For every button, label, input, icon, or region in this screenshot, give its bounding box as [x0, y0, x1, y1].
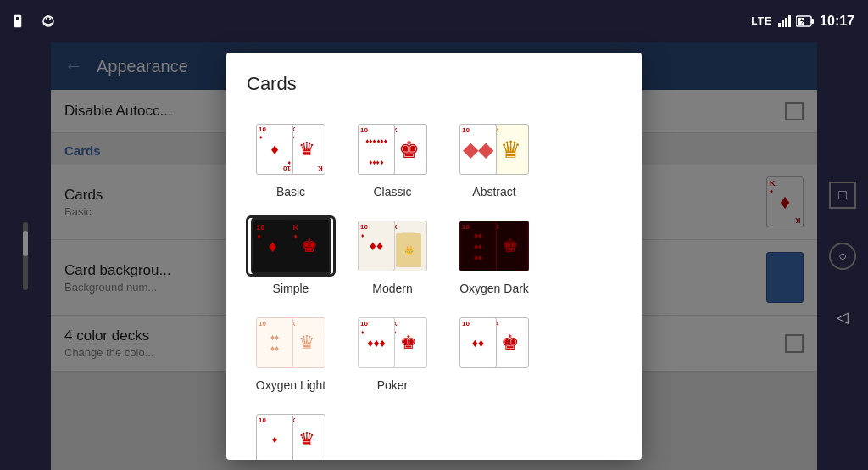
- classic-label: Classic: [373, 185, 411, 199]
- poker-label: Poker: [377, 378, 409, 392]
- sim-icon: [14, 14, 32, 28]
- nav-side-buttons: □ ○ ◁: [817, 42, 868, 470]
- poker-card-container: 10 ♦ ♦♦♦ K ♦ ♚: [348, 312, 437, 373]
- square-icon: □: [838, 187, 847, 203]
- cards-dialog: Cards 10 ♦ ♦ ♦ 10: [226, 53, 642, 460]
- dialog-title: Cards: [240, 73, 628, 95]
- simple-card-container: 10 ♦ ♦ K ♦ ♚: [246, 215, 336, 277]
- status-bar: LTE 10:17: [0, 0, 868, 42]
- basic-card-container: 10 ♦ ♦ ♦ 10 K ♦ ♛ K: [246, 119, 336, 180]
- svg-point-4: [49, 19, 51, 20]
- extra2-card-container: 10 ♦ K ♛: [246, 409, 336, 460]
- extra1-card-container: 10 ♦♦ K ♚: [449, 312, 539, 373]
- back-triangle-icon: ◁: [837, 308, 849, 327]
- card-option-oxygen-light[interactable]: 10 ♦♦ ♦♦ K ♛ Oxygen: [240, 305, 342, 402]
- oxygen-light-label: Oxygen Light: [256, 378, 326, 392]
- card-option-classic[interactable]: 10 ♦♦♦ ♦♦♦ ♦♦♦ ♦ K ♚: [342, 112, 443, 209]
- svg-rect-7: [785, 18, 787, 27]
- svg-rect-6: [782, 20, 784, 27]
- basic-label: Basic: [276, 185, 305, 199]
- card-option-oxygen-dark[interactable]: 10 ♦♦ ♦♦ ♦♦ K ♚: [443, 209, 545, 305]
- modern-card-container: 10 ♦ ♦♦ K 🂮 👑: [348, 215, 437, 277]
- lte-label: LTE: [751, 15, 772, 27]
- abstract-card-container: 10 ◆◆ K ♛: [449, 119, 539, 180]
- svg-rect-5: [778, 23, 781, 27]
- circle-button[interactable]: ○: [829, 243, 856, 270]
- circle-icon: ○: [838, 249, 847, 264]
- classic-card-container: 10 ♦♦♦ ♦♦♦ ♦♦♦ ♦ K ♚: [348, 119, 437, 180]
- card-option-abstract[interactable]: 10 ◆◆ K ♛ Abstract: [443, 112, 545, 209]
- card-option-extra2[interactable]: 10 ♦ K ♛: [240, 402, 342, 460]
- scroll-thumb: [23, 231, 28, 256]
- nav-left-panel: [0, 42, 51, 470]
- modern-label: Modern: [372, 282, 412, 295]
- scroll-indicator: [23, 222, 28, 290]
- back-button-nav[interactable]: ◁: [829, 304, 856, 331]
- status-bar-right: LTE 10:17: [751, 14, 854, 29]
- status-bar-left: [14, 14, 58, 28]
- card-option-extra1[interactable]: 10 ♦♦ K ♚: [443, 305, 545, 402]
- battery-icon: [796, 15, 815, 27]
- device-frame: LTE 10:17 ←: [0, 0, 868, 470]
- card-option-modern[interactable]: 10 ♦ ♦♦ K 🂮 👑 Modern: [342, 209, 443, 305]
- oxygen-dark-card-container: 10 ♦♦ ♦♦ ♦♦ K ♚: [449, 215, 539, 277]
- card-option-basic[interactable]: 10 ♦ ♦ ♦ 10 K ♦ ♛ K: [240, 112, 342, 209]
- card-option-poker[interactable]: 10 ♦ ♦♦♦ K ♦ ♚ Poker: [342, 305, 443, 402]
- svg-rect-8: [788, 15, 791, 27]
- svg-rect-1: [16, 17, 19, 20]
- card-options-grid: 10 ♦ ♦ ♦ 10 K ♦ ♛ K: [240, 112, 628, 460]
- android-icon: [39, 14, 58, 28]
- dialog-overlay: Cards 10 ♦ ♦ ♦ 10: [51, 42, 817, 470]
- time-display: 10:17: [820, 14, 854, 29]
- abstract-label: Abstract: [472, 185, 515, 199]
- signal-icon: [777, 14, 791, 28]
- oxygen-light-card-container: 10 ♦♦ ♦♦ K ♛: [246, 312, 336, 373]
- svg-rect-10: [811, 19, 814, 24]
- card-option-simple[interactable]: 10 ♦ ♦ K ♦ ♚ Simple: [240, 209, 342, 305]
- svg-point-3: [46, 19, 47, 20]
- square-button[interactable]: □: [829, 182, 856, 209]
- oxygen-dark-label: Oxygen Dark: [459, 282, 529, 295]
- simple-label: Simple: [273, 282, 309, 295]
